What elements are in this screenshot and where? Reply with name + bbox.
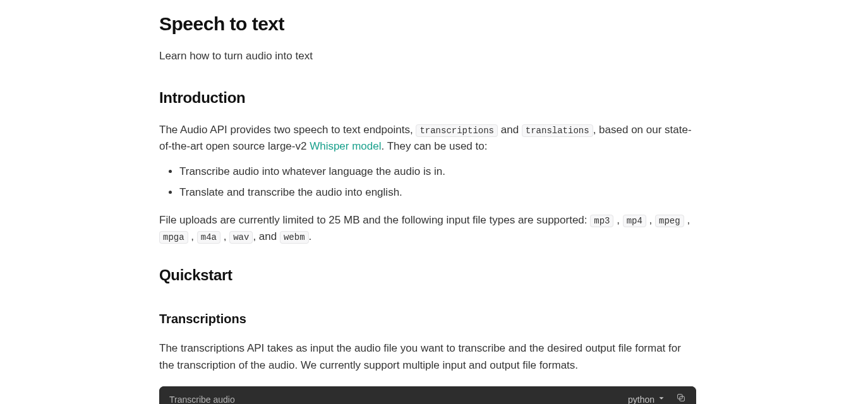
- code-format: m4a: [197, 231, 220, 244]
- language-select[interactable]: python: [628, 393, 666, 404]
- code-format: mp3: [590, 215, 613, 227]
- intro-paragraph-2: File uploads are currently limited to 25…: [159, 212, 696, 246]
- whisper-model-link[interactable]: Whisper model: [310, 140, 381, 152]
- transcriptions-paragraph: The transcriptions API takes as input th…: [159, 340, 696, 374]
- heading-introduction: Introduction: [159, 86, 696, 110]
- code-format: mpeg: [655, 215, 684, 227]
- intro-paragraph-1: The Audio API provides two speech to tex…: [159, 122, 696, 155]
- intro-bullet-list: Transcribe audio into whatever language …: [159, 163, 696, 201]
- language-label: python: [628, 393, 654, 404]
- code-format: webm: [280, 231, 309, 244]
- text-fragment: The Audio API provides two speech to tex…: [159, 124, 416, 136]
- list-item: Transcribe audio into whatever language …: [179, 163, 696, 180]
- copy-button[interactable]: [676, 393, 686, 404]
- code-transcriptions: transcriptions: [416, 124, 498, 137]
- heading-quickstart: Quickstart: [159, 263, 696, 287]
- text-fragment: , and: [253, 230, 280, 242]
- doc-content: Speech to text Learn how to turn audio i…: [159, 0, 696, 404]
- text-fragment: . They can be used to:: [382, 140, 488, 152]
- page-subtitle: Learn how to turn audio into text: [159, 48, 696, 64]
- code-block-header: Transcribe audio python: [159, 386, 696, 404]
- copy-icon: [676, 393, 686, 404]
- code-format: mpga: [159, 231, 188, 244]
- text-fragment: and: [498, 124, 522, 136]
- code-translations: translations: [522, 124, 593, 137]
- page-title: Speech to text: [159, 9, 696, 39]
- code-format: mp4: [623, 215, 646, 227]
- code-block: Transcribe audio python 1 from openai im…: [159, 386, 696, 404]
- code-block-title: Transcribe audio: [169, 393, 235, 404]
- chevron-down-icon: [657, 393, 666, 404]
- text-fragment: .: [309, 230, 312, 242]
- list-item: Translate and transcribe the audio into …: [179, 184, 696, 201]
- code-format: wav: [229, 231, 253, 244]
- heading-transcriptions: Transcriptions: [159, 309, 696, 329]
- text-fragment: File uploads are currently limited to 25…: [159, 214, 590, 226]
- code-block-actions: python: [628, 393, 686, 404]
